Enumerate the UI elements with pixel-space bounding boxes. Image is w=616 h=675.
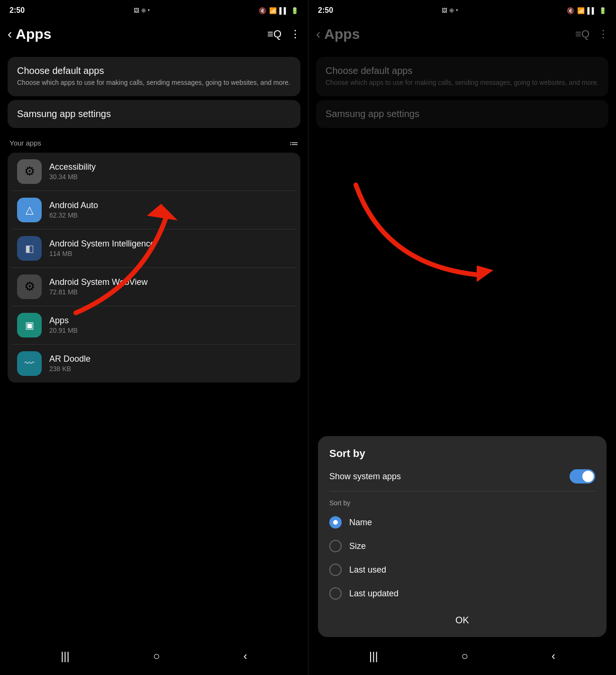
left-search-filter-icon[interactable]: ≡Q bbox=[267, 28, 281, 40]
left-battery-icon: 🔋 bbox=[291, 7, 299, 14]
app-name-accessibility: Accessibility bbox=[49, 162, 291, 172]
left-your-apps-label: Your apps bbox=[9, 139, 41, 147]
app-item-android-system-intelligence[interactable]: ◧ Android System Intelligence 114 MB bbox=[11, 229, 297, 268]
right-phone-panel: 2:50 🖼 ⊕ • 🔇 📶 ▌▌ 🔋 ‹ Apps ≡Q ⋮ Choose d… bbox=[308, 0, 616, 675]
right-dot: • bbox=[456, 7, 458, 14]
radio-option-last-used[interactable]: Last used bbox=[329, 558, 595, 582]
app-size-apps: 20.91 MB bbox=[49, 327, 291, 334]
app-item-ar-doodle[interactable]: 〰 AR Doodle 238 KB bbox=[11, 345, 297, 383]
left-choose-default-title: Choose default apps bbox=[17, 65, 291, 76]
left-status-bar: 2:50 🖼 ⊕ • 🔇 📶 ▌▌ 🔋 bbox=[0, 0, 308, 19]
app-info-android-auto: Android Auto 62.32 MB bbox=[49, 201, 291, 219]
right-mute-icon: 🔇 bbox=[567, 7, 574, 14]
left-mute-icon: 🔇 bbox=[259, 7, 266, 14]
right-app-header: ‹ Apps ≡Q ⋮ bbox=[308, 19, 616, 49]
right-more-options-icon: ⋮ bbox=[598, 28, 608, 40]
left-app-list: ⚙ Accessibility 30.34 MB △ Android Auto … bbox=[8, 153, 300, 383]
left-home-button[interactable]: ○ bbox=[153, 649, 160, 663]
app-name-android-system-webview: Android System WebView bbox=[49, 277, 291, 287]
right-system-icons: 🔇 📶 ▌▌ 🔋 bbox=[567, 7, 607, 14]
app-size-android-system-webview: 72.81 MB bbox=[49, 288, 291, 296]
right-samsung-settings-card: Samsung app settings bbox=[316, 100, 608, 128]
radio-label-last-updated: Last updated bbox=[349, 589, 399, 599]
left-back-button[interactable]: ‹ bbox=[8, 27, 12, 42]
right-choose-default-card: Choose default apps Choose which apps to… bbox=[316, 57, 608, 96]
left-phone-panel: 2:50 🖼 ⊕ • 🔇 📶 ▌▌ 🔋 ‹ Apps ≡Q ⋮ Choose d… bbox=[0, 0, 308, 675]
right-header-icons: ≡Q ⋮ bbox=[575, 28, 608, 40]
left-sort-icon[interactable]: ≔ bbox=[289, 137, 299, 149]
app-icon-android-auto: △ bbox=[17, 198, 42, 222]
radio-circle-last-used bbox=[329, 564, 342, 576]
app-name-android-system-intelligence: Android System Intelligence bbox=[49, 239, 291, 249]
sort-dialog-title: Sort by bbox=[329, 447, 595, 460]
radio-option-name[interactable]: Name bbox=[329, 511, 595, 534]
left-app-header: ‹ Apps ≡Q ⋮ bbox=[0, 19, 308, 49]
left-system-icons: 🔇 📶 ▌▌ 🔋 bbox=[259, 7, 299, 14]
app-icon-android-system-webview: ⚙ bbox=[17, 274, 42, 299]
left-content: Choose default apps Choose which apps to… bbox=[0, 49, 308, 641]
right-recents-button[interactable]: ||| bbox=[369, 649, 378, 663]
show-system-apps-label: Show system apps bbox=[329, 472, 401, 482]
left-dot: • bbox=[148, 7, 150, 14]
left-samsung-settings-card[interactable]: Samsung app settings bbox=[8, 100, 300, 128]
right-notif-icons: 🖼 ⊕ • bbox=[442, 7, 458, 14]
right-battery-icon: 🔋 bbox=[599, 7, 607, 14]
right-samsung-settings-title: Samsung app settings bbox=[326, 109, 599, 119]
left-recents-button[interactable]: ||| bbox=[61, 649, 70, 663]
sort-section-label: Sort by bbox=[329, 499, 595, 507]
app-info-android-system-webview: Android System WebView 72.81 MB bbox=[49, 277, 291, 296]
left-notif-icons: 🖼 ⊕ • bbox=[134, 7, 150, 14]
right-choose-default-subtitle: Choose which apps to use for making call… bbox=[326, 78, 599, 88]
app-size-ar-doodle: 238 KB bbox=[49, 365, 291, 373]
app-name-android-auto: Android Auto bbox=[49, 201, 291, 210]
left-wifi-icon: 📶 bbox=[269, 7, 277, 14]
left-choose-default-card[interactable]: Choose default apps Choose which apps to… bbox=[8, 57, 300, 96]
right-search-filter-icon: ≡Q bbox=[575, 28, 589, 40]
left-samsung-settings-title: Samsung app settings bbox=[17, 109, 291, 119]
right-time: 2:50 bbox=[318, 6, 333, 15]
left-more-options-icon[interactable]: ⋮ bbox=[290, 28, 300, 40]
right-back-button: ‹ bbox=[316, 27, 320, 42]
app-icon-accessibility: ⚙ bbox=[17, 159, 42, 184]
app-size-accessibility: 30.34 MB bbox=[49, 173, 291, 181]
app-item-android-auto[interactable]: △ Android Auto 62.32 MB bbox=[11, 191, 297, 229]
radio-label-name: Name bbox=[349, 518, 372, 528]
left-photo-icon: 🖼 bbox=[134, 7, 139, 14]
app-icon-ar-doodle: 〰 bbox=[17, 351, 42, 376]
app-item-android-system-webview[interactable]: ⚙ Android System WebView 72.81 MB bbox=[11, 268, 297, 306]
right-home-button[interactable]: ○ bbox=[462, 649, 469, 663]
left-time: 2:50 bbox=[9, 6, 25, 15]
left-choose-default-subtitle: Choose which apps to use for making call… bbox=[17, 78, 291, 88]
app-item-accessibility[interactable]: ⚙ Accessibility 30.34 MB bbox=[11, 153, 297, 191]
left-back-nav-button[interactable]: ‹ bbox=[244, 649, 247, 663]
right-back-nav-button[interactable]: ‹ bbox=[552, 649, 555, 663]
right-cast-icon: ⊕ bbox=[449, 7, 454, 14]
right-choose-default-title: Choose default apps bbox=[326, 65, 599, 76]
app-info-ar-doodle: AR Doodle 238 KB bbox=[49, 354, 291, 373]
right-photo-icon: 🖼 bbox=[442, 7, 447, 14]
left-nav-bar: ||| ○ ‹ bbox=[0, 641, 308, 675]
show-system-apps-toggle[interactable] bbox=[570, 469, 595, 483]
radio-option-size[interactable]: Size bbox=[329, 534, 595, 558]
app-size-android-system-intelligence: 114 MB bbox=[49, 250, 291, 257]
app-info-accessibility: Accessibility 30.34 MB bbox=[49, 162, 291, 181]
app-name-ar-doodle: AR Doodle bbox=[49, 354, 291, 364]
app-icon-apps: ▣ bbox=[17, 313, 42, 338]
app-info-apps: Apps 20.91 MB bbox=[49, 316, 291, 334]
sort-ok-button[interactable]: OK bbox=[329, 607, 595, 633]
right-signal-icon: ▌▌ bbox=[588, 7, 596, 14]
app-size-android-auto: 62.32 MB bbox=[49, 211, 291, 219]
left-cast-icon: ⊕ bbox=[141, 7, 146, 14]
radio-option-last-updated[interactable]: Last updated bbox=[329, 582, 595, 605]
app-name-apps: Apps bbox=[49, 316, 291, 326]
left-signal-icon: ▌▌ bbox=[280, 7, 288, 14]
radio-circle-last-updated bbox=[329, 587, 342, 600]
radio-circle-name bbox=[329, 516, 342, 529]
app-item-apps[interactable]: ▣ Apps 20.91 MB bbox=[11, 306, 297, 345]
left-header-icons: ≡Q ⋮ bbox=[267, 28, 300, 40]
app-info-android-system-intelligence: Android System Intelligence 114 MB bbox=[49, 239, 291, 257]
right-wifi-icon: 📶 bbox=[577, 7, 585, 14]
sort-by-dialog: Sort by Show system apps Sort by Name Si… bbox=[318, 436, 607, 637]
show-system-apps-row[interactable]: Show system apps bbox=[329, 469, 595, 492]
radio-circle-size bbox=[329, 540, 342, 552]
